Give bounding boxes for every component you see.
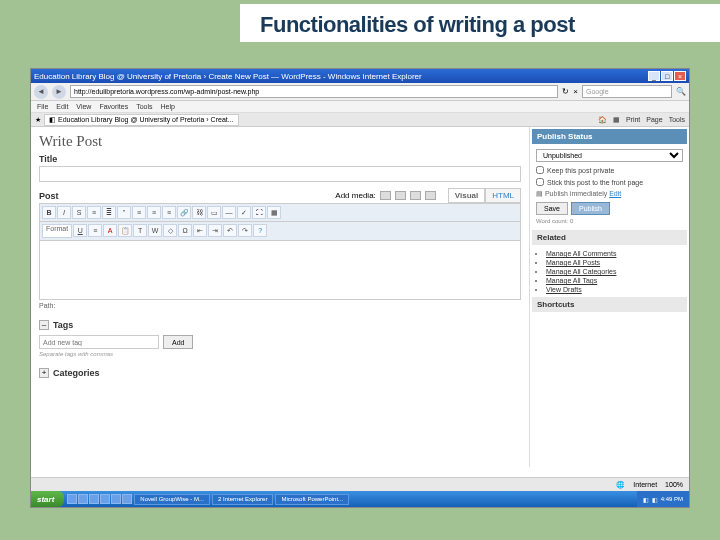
print-button[interactable]: Print [626, 116, 640, 124]
mail-icon[interactable] [78, 494, 88, 504]
add-video-icon[interactable] [395, 191, 406, 200]
edit-time-link[interactable]: Edit [609, 190, 621, 197]
underline-button[interactable]: U [73, 224, 87, 237]
collapse-tags-button[interactable]: – [39, 320, 49, 330]
app-icon[interactable] [100, 494, 110, 504]
tab-html[interactable]: HTML [485, 188, 521, 203]
search-icon[interactable]: 🔍 [676, 87, 686, 96]
justify-button[interactable]: ≡ [88, 224, 102, 237]
tray-icon-2[interactable]: ◧ [652, 496, 658, 503]
back-button[interactable]: ◄ [34, 85, 48, 99]
system-tray[interactable]: ◧ ◧ 4:49 PM [637, 491, 689, 507]
link-view-drafts[interactable]: View Drafts [546, 286, 582, 293]
link-manage-comments[interactable]: Manage All Comments [546, 250, 616, 257]
zone-label: Internet [633, 481, 657, 488]
title-input[interactable] [39, 166, 521, 182]
zone-icon: 🌐 [616, 481, 625, 489]
menu-view[interactable]: View [76, 103, 91, 110]
maximize-button[interactable]: □ [661, 71, 673, 81]
menu-file[interactable]: File [37, 103, 48, 110]
menu-help[interactable]: Help [161, 103, 175, 110]
status-select[interactable]: Unpublished [536, 149, 683, 162]
quote-button[interactable]: " [117, 206, 131, 219]
app3-icon[interactable] [122, 494, 132, 504]
zoom-label[interactable]: 100% [665, 481, 683, 488]
address-bar[interactable]: http://edulibpretoria.wordpress.com/wp-a… [70, 85, 558, 98]
link-button[interactable]: 🔗 [177, 206, 191, 219]
close-button[interactable]: × [674, 71, 686, 81]
add-media-icon[interactable] [425, 191, 436, 200]
clock[interactable]: 4:49 PM [661, 496, 683, 502]
expand-categories-button[interactable]: + [39, 368, 49, 378]
link-manage-categories[interactable]: Manage All Categories [546, 268, 616, 275]
feed-icon[interactable]: ▦ [613, 116, 620, 124]
stop-icon[interactable]: × [573, 87, 578, 96]
tab-visual[interactable]: Visual [448, 188, 485, 203]
unlink-button[interactable]: ⛓ [192, 206, 206, 219]
menu-tools[interactable]: Tools [136, 103, 152, 110]
tag-hint: Separate tags with commas [39, 351, 521, 357]
link-manage-tags[interactable]: Manage All Tags [546, 277, 597, 284]
add-audio-icon[interactable] [410, 191, 421, 200]
spell-button[interactable]: ✓ [237, 206, 251, 219]
toggle-toolbar-button[interactable]: ▦ [267, 206, 281, 219]
paste-button[interactable]: 📋 [118, 224, 132, 237]
indent-button[interactable]: ⇥ [208, 224, 222, 237]
quick-launch [67, 494, 132, 504]
char-button[interactable]: Ω [178, 224, 192, 237]
desktop-icon[interactable] [89, 494, 99, 504]
tab-label: Education Library Blog @ University of P… [58, 116, 234, 123]
redo-button[interactable]: ↷ [238, 224, 252, 237]
more-button[interactable]: — [222, 206, 236, 219]
image-button[interactable]: ▭ [207, 206, 221, 219]
home-icon[interactable]: 🏠 [598, 116, 607, 124]
editor-body[interactable] [39, 240, 521, 300]
paste-word-button[interactable]: W [148, 224, 162, 237]
sidebar: Publish Status Unpublished Keep this pos… [529, 127, 689, 467]
strike-button[interactable]: S [72, 206, 86, 219]
tag-input[interactable] [39, 335, 159, 349]
page-button[interactable]: Page [646, 116, 662, 124]
menu-favorites[interactable]: Favorites [99, 103, 128, 110]
private-checkbox[interactable] [536, 166, 544, 174]
publish-time-label: Publish immediately [545, 190, 607, 197]
menu-edit[interactable]: Edit [56, 103, 68, 110]
color-button[interactable]: A [103, 224, 117, 237]
save-button[interactable]: Save [536, 202, 568, 215]
task-groupwise[interactable]: Novell GroupWise - M... [134, 494, 210, 505]
add-image-icon[interactable] [380, 191, 391, 200]
add-tag-button[interactable]: Add [163, 335, 193, 349]
paste-text-button[interactable]: T [133, 224, 147, 237]
browser-tab[interactable]: ◧ Education Library Blog @ University of… [44, 114, 239, 126]
link-manage-posts[interactable]: Manage All Posts [546, 259, 600, 266]
task-powerpoint[interactable]: Microsoft PowerPoint... [275, 494, 349, 505]
private-check[interactable]: Keep this post private [536, 166, 683, 174]
align-center-button[interactable]: ≡ [147, 206, 161, 219]
format-select[interactable]: Format [42, 224, 72, 238]
help-button[interactable]: ? [253, 224, 267, 237]
favorites-icon[interactable]: ★ [35, 116, 41, 124]
outdent-button[interactable]: ⇤ [193, 224, 207, 237]
forward-button[interactable]: ► [52, 85, 66, 99]
ol-button[interactable]: ≣ [102, 206, 116, 219]
app2-icon[interactable] [111, 494, 121, 504]
start-button[interactable]: start [31, 491, 64, 507]
ie-icon[interactable] [67, 494, 77, 504]
sticky-check[interactable]: Stick this post to the front page [536, 178, 683, 186]
undo-button[interactable]: ↶ [223, 224, 237, 237]
tools-button[interactable]: Tools [669, 116, 685, 124]
publish-button[interactable]: Publish [571, 202, 610, 215]
bold-button[interactable]: B [42, 206, 56, 219]
sticky-checkbox[interactable] [536, 178, 544, 186]
align-right-button[interactable]: ≡ [162, 206, 176, 219]
ul-button[interactable]: ≡ [87, 206, 101, 219]
minimize-button[interactable]: _ [648, 71, 660, 81]
italic-button[interactable]: I [57, 206, 71, 219]
search-box[interactable]: Google [582, 85, 672, 98]
fullscreen-button[interactable]: ⛶ [252, 206, 266, 219]
align-left-button[interactable]: ≡ [132, 206, 146, 219]
tray-icon[interactable]: ◧ [643, 496, 649, 503]
refresh-icon[interactable]: ↻ [562, 87, 569, 96]
clear-format-button[interactable]: ◇ [163, 224, 177, 237]
task-ie[interactable]: 2 Internet Explorer [212, 494, 273, 505]
